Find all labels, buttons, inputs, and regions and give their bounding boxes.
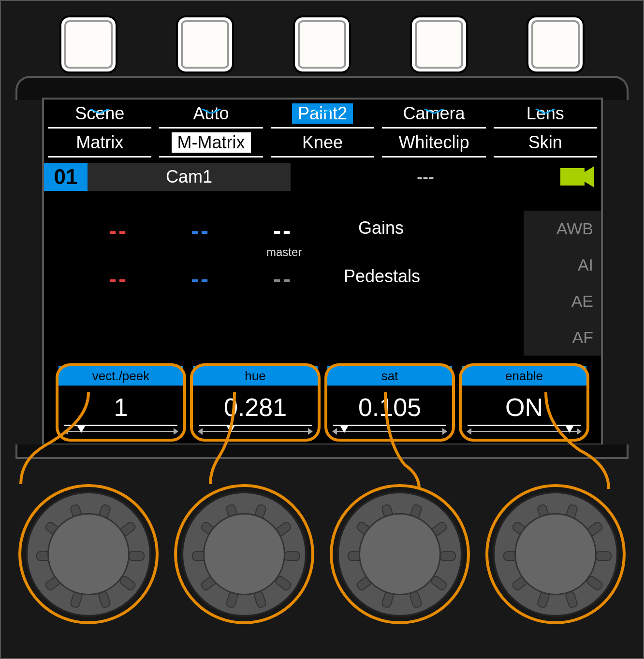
side-func-ai[interactable]: AI [578,256,593,274]
tab-m-matrix[interactable]: M-Matrix [159,129,263,158]
knob-1[interactable] [16,460,161,624]
side-func-awb[interactable]: AWB [556,219,593,238]
side-func-af[interactable]: AF [572,328,593,347]
tab-knee[interactable]: Knee [271,129,374,158]
gains-red: -- [107,220,126,243]
gains-label: Gains [358,218,404,238]
knob-3[interactable] [327,460,472,624]
side-functions: AWBAIAEAF [524,211,601,356]
hw-button-5[interactable] [527,15,585,73]
camera-aux: --- [291,167,560,187]
connector-line-3 [327,392,472,489]
tab-paint2[interactable]: Paint2 [271,100,374,129]
hw-button-2[interactable] [176,15,234,73]
tab-scene[interactable]: Scene [48,100,151,129]
knob-4[interactable] [483,460,628,624]
camera-name[interactable]: Cam1 [88,163,291,191]
tab-skin[interactable]: Skin [494,129,597,158]
side-func-ae[interactable]: AE [571,292,593,311]
knob-body-4[interactable] [493,491,618,617]
connector-line-1 [16,392,161,489]
hw-button-4[interactable] [410,15,468,73]
hw-button-1[interactable] [59,15,117,73]
status-row: 01 Cam1 --- [44,162,601,191]
connector-line-4 [483,392,628,489]
encoder-title-1: vect./peek [59,366,183,386]
mid-area: -- -- -- master -- -- -- Gains Pedestals… [44,191,601,346]
encoder-title-4: enable [462,366,586,386]
gains-blue: -- [189,220,208,243]
ped-blue: -- [189,269,208,291]
gains-master: -- [271,220,291,243]
tab-whiteclip[interactable]: Whiteclip [382,129,485,158]
svg-marker-1 [585,166,594,187]
master-label: master [266,245,302,259]
knob-body-1[interactable] [26,491,151,617]
hw-top-row [1,15,643,73]
tab-matrix[interactable]: Matrix [48,129,151,158]
knob-body-3[interactable] [337,491,463,617]
knob-body-2[interactable] [181,491,307,617]
tabs-top: SceneAutoPaint2CameraLens [44,100,601,129]
camera-number[interactable]: 01 [44,163,88,191]
tab-lens[interactable]: Lens [494,100,597,129]
encoder-title-2: hue [193,366,318,386]
knob-2[interactable] [172,460,317,624]
pedestals-label: Pedestals [344,266,420,287]
encoder-title-3: sat [327,366,452,386]
bezel-top [15,76,629,100]
hw-button-3[interactable] [293,15,351,73]
knobs-row [1,460,643,644]
ped-red: -- [107,269,126,291]
connector-line-2 [172,392,317,489]
tabs-bottom: MatrixM-MatrixKneeWhiteclipSkin [44,129,601,158]
svg-rect-0 [560,168,585,186]
rcp-panel: SceneAutoPaint2CameraLens MatrixM-Matrix… [0,0,644,659]
camera-icon [560,166,594,187]
ped-master: -- [271,269,291,291]
tab-camera[interactable]: Camera [382,100,485,129]
tab-auto[interactable]: Auto [159,100,263,129]
